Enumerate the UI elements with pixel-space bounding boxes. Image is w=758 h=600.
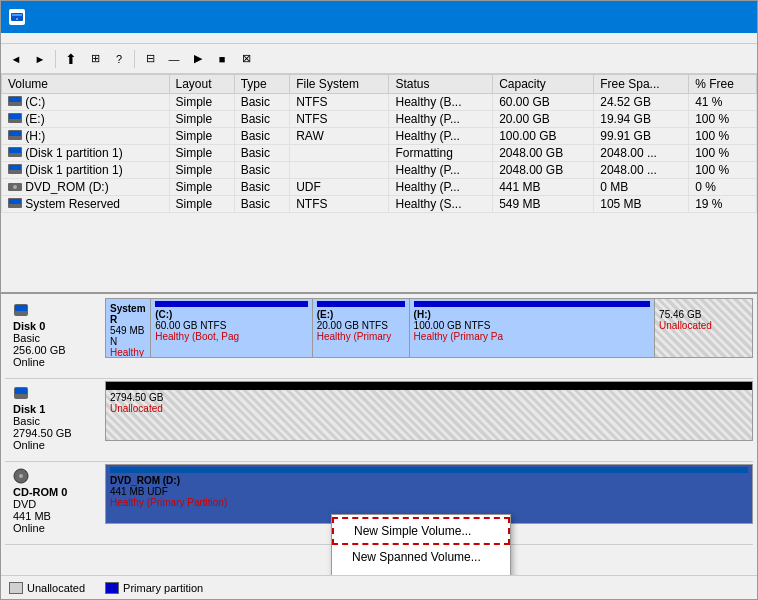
cell-pct: 0 % <box>689 179 757 196</box>
col-type[interactable]: Type <box>234 75 290 94</box>
toolbar: ◄ ► ⬆ ⊞ ? ⊟ — ▶ ■ ⊠ <box>1 44 757 74</box>
disk-type-2: DVD <box>13 498 97 510</box>
cell-fs <box>290 162 389 179</box>
col-free[interactable]: Free Spa... <box>594 75 689 94</box>
table-row[interactable]: (H:) Simple Basic RAW Healthy (P... 100.… <box>2 128 757 145</box>
svg-rect-6 <box>9 114 21 119</box>
col-pct[interactable]: % Free <box>689 75 757 94</box>
table-row[interactable]: (Disk 1 partition 1) Simple Basic Health… <box>2 162 757 179</box>
part-sub1: 549 MB N <box>110 325 146 347</box>
tb-forward[interactable]: ► <box>29 48 51 70</box>
disk-type-0: Basic <box>13 332 97 344</box>
cell-fs: UDF <box>290 179 389 196</box>
cell-fs: RAW <box>290 128 389 145</box>
cell-type: Basic <box>234 145 290 162</box>
cell-capacity: 20.00 GB <box>493 111 594 128</box>
table-row[interactable]: DVD_ROM (D:) Simple Basic UDF Healthy (P… <box>2 179 757 196</box>
ctx-item-new-spanned-volume...[interactable]: New Spanned Volume... <box>332 545 510 569</box>
table-row[interactable]: (E:) Simple Basic NTFS Healthy (P... 20.… <box>2 111 757 128</box>
cell-fs: NTFS <box>290 196 389 213</box>
legend-unallocated-label: Unallocated <box>27 582 85 594</box>
tb-btn5[interactable]: ▶ <box>187 48 209 70</box>
svg-rect-18 <box>15 305 27 311</box>
disk-management-window: ◄ ► ⬆ ⊞ ? ⊟ — ▶ ■ ⊠ Volume Layout Type F… <box>0 0 758 600</box>
cell-type: Basic <box>234 111 290 128</box>
part-title: System R <box>110 303 146 325</box>
table-row[interactable]: (Disk 1 partition 1) Simple Basic Format… <box>2 145 757 162</box>
disk-label-0: Disk 0 Basic 256.00 GB Online <box>5 298 105 372</box>
disk-label-2: CD-ROM 0 DVD 441 MB Online <box>5 464 105 538</box>
part-sub2: Healthy (Primary Partition) <box>110 497 748 508</box>
cell-fs <box>290 145 389 162</box>
col-status[interactable]: Status <box>389 75 493 94</box>
cell-capacity: 2048.00 GB <box>493 145 594 162</box>
ctx-item-new-simple-volume...[interactable]: New Simple Volume... <box>332 517 510 545</box>
tb-sep-2 <box>134 50 135 68</box>
disk-status-2: Online <box>13 522 97 534</box>
svg-rect-8 <box>9 131 21 136</box>
tb-help[interactable]: ? <box>108 48 130 70</box>
close-button[interactable] <box>703 1 749 33</box>
legend-unallocated: Unallocated <box>9 582 85 594</box>
ctx-item-new-striped-volume...[interactable]: New Striped Volume... <box>332 569 510 575</box>
menu-help[interactable] <box>49 35 65 41</box>
menu-file[interactable] <box>1 35 17 41</box>
tb-btn3[interactable]: ⊟ <box>139 48 161 70</box>
col-volume[interactable]: Volume <box>2 75 170 94</box>
cell-type: Basic <box>234 179 290 196</box>
tb-properties[interactable]: ⊞ <box>84 48 106 70</box>
part-sub2: Healthy (Primary Pa <box>414 331 650 342</box>
tb-up[interactable]: ⬆ <box>60 48 82 70</box>
tb-btn7[interactable]: ⊠ <box>235 48 257 70</box>
context-menu: New Simple Volume...New Spanned Volume..… <box>331 514 511 575</box>
part-sub2: Healthy (Boot, Pag <box>155 331 308 342</box>
legend-primary-box <box>105 582 119 594</box>
part-sub1: 100.00 GB NTFS <box>414 320 650 331</box>
cell-volume: DVD_ROM (D:) <box>2 179 170 196</box>
col-capacity[interactable]: Capacity <box>493 75 594 94</box>
disk-separator <box>5 378 753 379</box>
partition-0-3[interactable]: (H:)100.00 GB NTFSHealthy (Primary Pa <box>410 299 655 357</box>
cell-pct: 100 % <box>689 162 757 179</box>
partition-0-2[interactable]: (E:)20.00 GB NTFSHealthy (Primary <box>313 299 410 357</box>
partition-0-4[interactable]: 75.46 GBUnallocated <box>655 299 752 357</box>
cell-status: Healthy (B... <box>389 94 493 111</box>
tb-btn6[interactable]: ■ <box>211 48 233 70</box>
partition-0-0[interactable]: System R549 MB NHealthy ( <box>106 299 151 357</box>
table-row[interactable]: (C:) Simple Basic NTFS Healthy (B... 60.… <box>2 94 757 111</box>
svg-rect-12 <box>9 165 21 170</box>
disk-table: Volume Layout Type File System Status Ca… <box>1 74 757 213</box>
partition-0-1[interactable]: (C:)60.00 GB NTFSHealthy (Boot, Pag <box>151 299 313 357</box>
cell-free: 19.94 GB <box>594 111 689 128</box>
cell-capacity: 549 MB <box>493 196 594 213</box>
cell-layout: Simple <box>169 145 234 162</box>
cell-type: Basic <box>234 94 290 111</box>
menu-action[interactable] <box>17 35 33 41</box>
cell-free: 2048.00 ... <box>594 162 689 179</box>
maximize-button[interactable] <box>655 1 701 33</box>
minimize-button[interactable] <box>607 1 653 33</box>
status-bar: Unallocated Primary partition <box>1 575 757 599</box>
cell-volume: (Disk 1 partition 1) <box>2 162 170 179</box>
disk-label-1: Disk 1 Basic 2794.50 GB Online <box>5 381 105 455</box>
legend-primary-label: Primary partition <box>123 582 203 594</box>
col-layout[interactable]: Layout <box>169 75 234 94</box>
tb-btn4[interactable]: — <box>163 48 185 70</box>
disk-size-2: 441 MB <box>13 510 97 522</box>
cell-layout: Simple <box>169 196 234 213</box>
menu-bar <box>1 33 757 44</box>
part-title: (C:) <box>155 309 308 320</box>
app-icon <box>9 9 25 25</box>
table-row[interactable]: System Reserved Simple Basic NTFS Health… <box>2 196 757 213</box>
col-fs[interactable]: File System <box>290 75 389 94</box>
cell-type: Basic <box>234 128 290 145</box>
svg-point-2 <box>16 18 18 20</box>
cell-status: Healthy (P... <box>389 128 493 145</box>
window-controls <box>607 1 749 33</box>
svg-rect-1 <box>12 14 22 16</box>
cell-free: 24.52 GB <box>594 94 689 111</box>
cell-type: Basic <box>234 196 290 213</box>
tb-back[interactable]: ◄ <box>5 48 27 70</box>
partition-1-0[interactable]: 2794.50 GB Unallocated <box>106 390 752 440</box>
menu-view[interactable] <box>33 35 49 41</box>
